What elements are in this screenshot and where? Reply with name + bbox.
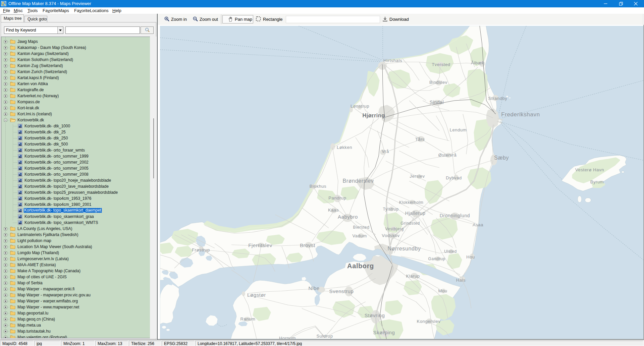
- svg-text:Hirtshals: Hirtshals: [383, 58, 402, 63]
- svg-text:Tversted: Tversted: [432, 62, 450, 67]
- svg-text:Suldrup: Suldrup: [316, 334, 333, 339]
- svg-text:Vesterø Havn: Vesterø Havn: [575, 167, 604, 172]
- svg-text:Hjørring: Hjørring: [362, 113, 385, 118]
- svg-text:Klokkerholm: Klokkerholm: [399, 200, 424, 205]
- svg-text:Ranum: Ranum: [240, 316, 256, 322]
- svg-text:Sæby: Sæby: [494, 155, 509, 161]
- svg-text:Østervrå: Østervrå: [438, 153, 457, 158]
- svg-text:Bindslev: Bindslev: [429, 80, 447, 85]
- svg-text:Tårs: Tårs: [415, 137, 425, 142]
- svg-text:Vestbjerg: Vestbjerg: [385, 227, 404, 231]
- svg-text:Aabybro: Aabybro: [338, 214, 358, 220]
- svg-text:Biersted: Biersted: [353, 225, 370, 230]
- svg-text:Jerslev: Jerslev: [410, 174, 425, 179]
- svg-text:Asaa: Asaa: [473, 222, 483, 227]
- svg-text:Pandrup: Pandrup: [328, 195, 346, 200]
- svg-text:Dronninglund: Dronninglund: [440, 213, 470, 218]
- svg-text:Strandby: Strandby: [488, 96, 507, 101]
- svg-text:Tylstrup: Tylstrup: [383, 207, 399, 212]
- svg-text:Støvring: Støvring: [365, 312, 385, 318]
- svg-text:Vadum: Vadum: [352, 233, 367, 238]
- svg-text:Vrå: Vrå: [382, 149, 389, 154]
- svg-text:Vodskov: Vodskov: [382, 233, 399, 238]
- svg-text:Skørping: Skørping: [373, 330, 395, 335]
- svg-text:Hals: Hals: [456, 278, 466, 283]
- svg-text:Hjallerup: Hjallerup: [405, 211, 426, 216]
- svg-text:Lønstrup: Lønstrup: [351, 104, 369, 109]
- svg-text:Frederikshavn: Frederikshavn: [501, 111, 540, 118]
- svg-text:Løkken: Løkken: [337, 145, 352, 150]
- svg-text:Sindal: Sindal: [430, 100, 444, 105]
- svg-text:Gandrup: Gandrup: [428, 256, 445, 261]
- svg-text:Dybvad: Dybvad: [446, 175, 462, 180]
- svg-text:Nibe: Nibe: [308, 285, 319, 291]
- svg-text:Ålbæk: Ålbæk: [471, 60, 484, 65]
- svg-text:Nørresundby: Nørresundby: [387, 246, 421, 251]
- svg-text:Aalborg: Aalborg: [347, 262, 374, 270]
- svg-text:Fjerritslev: Fjerritslev: [248, 242, 272, 248]
- svg-text:Klarup: Klarup: [406, 274, 420, 279]
- svg-text:Mou: Mou: [438, 288, 447, 293]
- svg-text:Løgstør: Løgstør: [247, 292, 266, 298]
- svg-text:Frøstrup: Frøstrup: [192, 247, 210, 252]
- svg-text:Lendum: Lendum: [450, 127, 467, 132]
- svg-text:Kaas: Kaas: [328, 208, 339, 213]
- svg-text:Hou: Hou: [466, 254, 475, 260]
- svg-text:Byrum: Byrum: [590, 179, 604, 184]
- svg-text:Brovst: Brovst: [300, 242, 315, 248]
- svg-text:Brønderslev: Brønderslev: [343, 178, 374, 184]
- svg-text:Hornum: Hornum: [279, 336, 296, 339]
- svg-text:Kongerslev: Kongerslev: [417, 319, 440, 324]
- svg-text:Svenstrup: Svenstrup: [329, 288, 354, 294]
- svg-text:Ulsted: Ulsted: [444, 249, 457, 254]
- svg-text:Blokhus: Blokhus: [310, 184, 326, 189]
- svg-text:Grindsted: Grindsted: [400, 221, 420, 226]
